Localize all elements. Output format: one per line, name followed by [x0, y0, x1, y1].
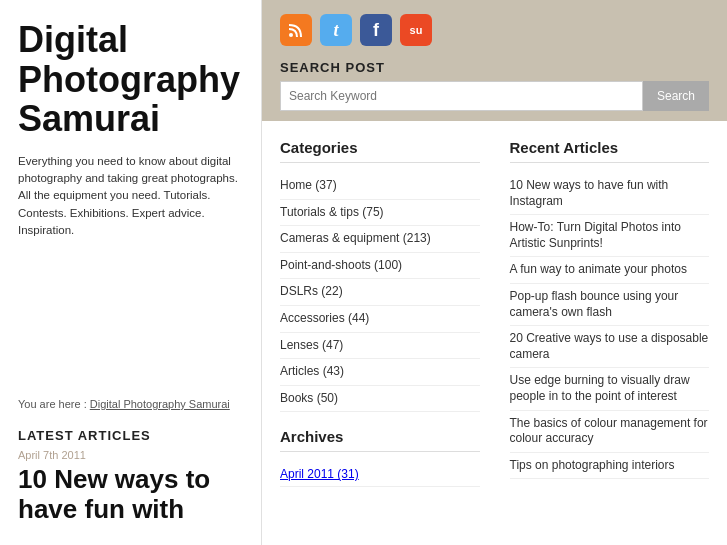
social-icons: t f su	[280, 14, 709, 46]
archives-section: Archives April 2011 (31)	[280, 428, 480, 487]
list-item[interactable]: How-To: Turn Digital Photos into Artisti…	[510, 215, 710, 257]
search-row: Search	[280, 81, 709, 111]
svg-point-0	[289, 33, 293, 37]
list-item[interactable]: Lenses (47)	[280, 333, 480, 360]
list-item[interactable]: Accessories (44)	[280, 306, 480, 333]
list-item[interactable]: A fun way to animate your photos	[510, 257, 710, 284]
article-title-large: 10 New ways to have fun with	[18, 465, 243, 525]
list-item[interactable]: Cameras & equipment (213)	[280, 226, 480, 253]
recent-articles-column: Recent Articles 10 New ways to have fun …	[510, 139, 710, 535]
breadcrumb-prefix: You are here :	[18, 398, 90, 410]
facebook-icon[interactable]: f	[360, 14, 392, 46]
list-item[interactable]: DSLRs (22)	[280, 279, 480, 306]
breadcrumb-link[interactable]: Digital Photography Samurai	[90, 398, 230, 410]
search-post-label: SEARCH POST	[280, 60, 709, 75]
recent-articles-title: Recent Articles	[510, 139, 710, 163]
list-item[interactable]: The basics of colour management for colo…	[510, 411, 710, 453]
archives-list: April 2011 (31)	[280, 462, 480, 487]
twitter-icon[interactable]: t	[320, 14, 352, 46]
categories-title: Categories	[280, 139, 480, 163]
list-item[interactable]: April 2011 (31)	[280, 462, 480, 487]
top-bar: t f su SEARCH POST Search	[262, 0, 727, 121]
site-description: Everything you need to know about digita…	[18, 153, 243, 239]
list-item[interactable]: Point-and-shoots (100)	[280, 253, 480, 280]
archives-title: Archives	[280, 428, 480, 452]
list-item[interactable]: Pop-up flash bounce using your camera's …	[510, 284, 710, 326]
stumbleupon-icon[interactable]: su	[400, 14, 432, 46]
content-area: Categories Home (37)Tutorials & tips (75…	[262, 121, 727, 545]
list-item[interactable]: Use edge burning to visually draw people…	[510, 368, 710, 410]
search-input[interactable]	[280, 81, 643, 111]
article-date: April 7th 2011	[18, 449, 243, 461]
list-item[interactable]: Books (50)	[280, 386, 480, 413]
list-item[interactable]: Tutorials & tips (75)	[280, 200, 480, 227]
list-item[interactable]: Home (37)	[280, 173, 480, 200]
latest-articles-label: LATEST ARTICLES	[18, 428, 243, 443]
breadcrumb: You are here : Digital Photography Samur…	[18, 398, 243, 410]
list-item[interactable]: Tips on photographing interiors	[510, 453, 710, 480]
categories-column: Categories Home (37)Tutorials & tips (75…	[280, 139, 480, 535]
right-main: t f su SEARCH POST Search Categories Hom…	[262, 0, 727, 545]
recent-articles-list: 10 New ways to have fun with InstagramHo…	[510, 173, 710, 479]
rss-icon[interactable]	[280, 14, 312, 46]
list-item[interactable]: Articles (43)	[280, 359, 480, 386]
list-item[interactable]: 20 Creative ways to use a disposable cam…	[510, 326, 710, 368]
categories-list: Home (37)Tutorials & tips (75)Cameras & …	[280, 173, 480, 412]
site-title: Digital Photography Samurai	[18, 20, 243, 139]
list-item[interactable]: 10 New ways to have fun with Instagram	[510, 173, 710, 215]
search-button[interactable]: Search	[643, 81, 709, 111]
left-sidebar: Digital Photography Samurai Everything y…	[0, 0, 262, 545]
